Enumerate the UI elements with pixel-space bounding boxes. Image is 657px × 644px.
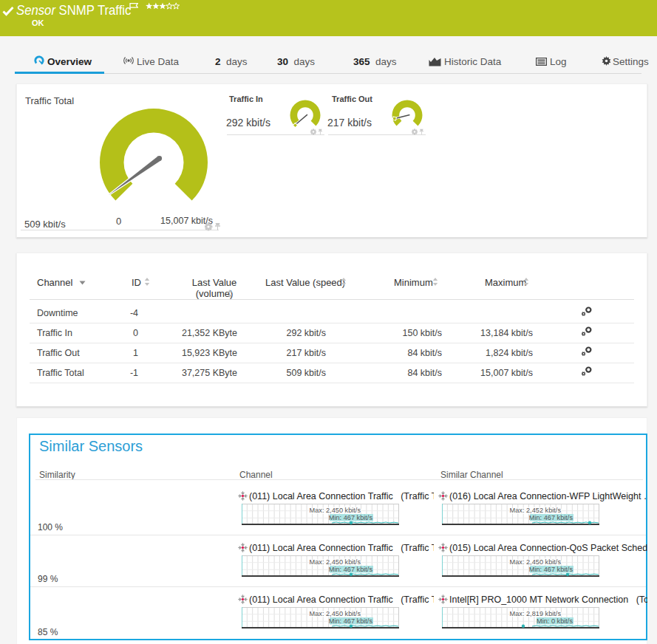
svg-text:Max: 2,450 kbit/s: Max: 2,450 kbit/s (310, 610, 361, 617)
svg-text:Min: 467 kbit/s: Min: 467 kbit/s (329, 566, 373, 573)
svg-text:Max: 2,450 kbit/s: Max: 2,450 kbit/s (310, 558, 361, 566)
svg-text:Max: 2,450 kbit/s: Max: 2,450 kbit/s (310, 507, 361, 514)
svg-text:Max: 2,819 kbit/s: Max: 2,819 kbit/s (510, 610, 562, 617)
svg-text:Min: 0 kbit/s: Min: 0 kbit/s (537, 617, 573, 625)
svg-text:Min: 467 kbit/s: Min: 467 kbit/s (529, 514, 573, 521)
svg-text:Max: 2,450 kbit/s: Max: 2,450 kbit/s (510, 558, 562, 566)
svg-text:Min: 467 kbit/s: Min: 467 kbit/s (329, 617, 373, 625)
svg-text:Min: 467 kbit/s: Min: 467 kbit/s (329, 514, 373, 521)
svg-text:Min: 467 kbit/s: Min: 467 kbit/s (529, 566, 573, 573)
svg-text:Max: 2,452 kbit/s: Max: 2,452 kbit/s (510, 507, 562, 514)
